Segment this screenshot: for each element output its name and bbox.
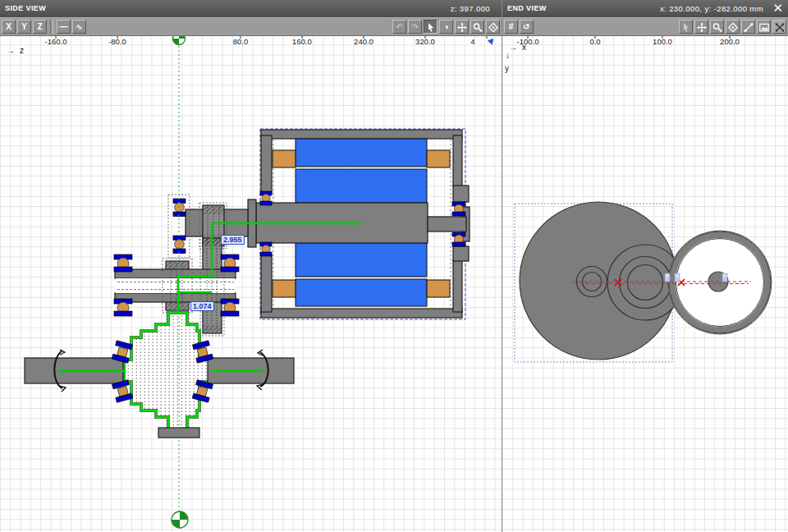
undo-button[interactable]: ↶ xyxy=(392,20,406,34)
zoom-extents-button[interactable] xyxy=(486,20,500,34)
redo-button[interactable]: ↷ xyxy=(408,20,422,34)
y-axis-arrow-icon: ↓ xyxy=(506,51,510,60)
select-pointer-button[interactable] xyxy=(424,20,438,34)
snapshot-image-button[interactable] xyxy=(757,20,771,34)
side-view-canvas[interactable] xyxy=(0,34,502,532)
toolbar-separator xyxy=(50,20,53,34)
stage1-gear-ratio-label[interactable]: 2.955 xyxy=(221,235,245,245)
ruler-label: 160.0 xyxy=(284,37,320,46)
close-pane-button[interactable]: ✕ xyxy=(768,0,788,17)
ruler-label: 0.0 xyxy=(577,37,613,46)
expand-x-icon xyxy=(773,22,786,33)
stage2-gear-ratio-label[interactable]: 1.074 xyxy=(190,301,214,311)
end-view-canvas[interactable] xyxy=(502,34,788,532)
ruler-label: -80.0 xyxy=(99,37,135,46)
end-view-pane: END VIEW x: 230.000, y: -282.000 mm ✕ # … xyxy=(502,0,788,532)
ruler-label: 80.0 xyxy=(222,37,259,46)
ruler-label-truncated: 4 xyxy=(465,37,481,46)
end-view-xy-readout: x: 230.000, y: -282.000 mm xyxy=(660,0,763,17)
side-view-title: SIDE VIEW xyxy=(0,4,46,12)
pan-button[interactable] xyxy=(455,20,469,34)
end-view-titlebar: END VIEW x: 230.000, y: -282.000 mm ✕ xyxy=(502,0,788,17)
render-mode-button[interactable]: ◑ xyxy=(439,20,453,34)
measure-button[interactable] xyxy=(741,20,755,34)
grid-toggle-button[interactable]: # xyxy=(504,20,518,34)
ruler-label: -160.0 xyxy=(38,37,74,46)
ruler-label: 100.0 xyxy=(644,37,680,46)
magnifier-icon xyxy=(471,22,483,33)
zoom-extents-button[interactable] xyxy=(726,20,740,34)
fit-view-button[interactable] xyxy=(772,20,786,34)
target-diamond-icon xyxy=(726,22,739,33)
ruler-label: 320.0 xyxy=(407,37,443,46)
y-axis-view-button[interactable]: Y xyxy=(17,20,31,34)
y-axis-label: y xyxy=(505,64,509,73)
magnifier-icon xyxy=(711,22,723,33)
ruler-label: 240.0 xyxy=(346,37,382,46)
pan-arrows-icon xyxy=(695,22,708,33)
pan-arrows-icon xyxy=(456,22,468,33)
ruler-label: 200.0 xyxy=(712,37,748,46)
image-icon xyxy=(758,22,770,33)
x-axis-arrow-icon: → xyxy=(509,43,517,52)
select-pointer-button[interactable] xyxy=(679,20,693,34)
x-axis-label: x xyxy=(522,43,526,52)
target-diamond-icon xyxy=(487,22,499,33)
x-axis-view-button[interactable]: X xyxy=(2,20,16,34)
end-view-title: END VIEW xyxy=(502,4,547,12)
side-view-titlebar: SIDE VIEW z: 397.000 xyxy=(0,0,502,17)
pointer-icon xyxy=(680,22,692,33)
z-axis-arrow-icon: → xyxy=(7,46,15,55)
spline-tool-button[interactable]: ∿ xyxy=(72,20,86,34)
end-view-toolbar: # ↺ xyxy=(502,17,788,36)
z-axis-label: z xyxy=(20,46,24,55)
side-view-toolbar: X Y Z — ∿ ↶ ↷ ◑ xyxy=(0,17,502,36)
side-view-z-readout: z: 397.000 xyxy=(451,0,490,17)
pan-button[interactable] xyxy=(694,20,708,34)
pointer-icon xyxy=(424,22,437,33)
zoom-button[interactable] xyxy=(470,20,484,34)
measure-line-icon xyxy=(742,22,754,33)
rotate-view-button[interactable]: ↺ xyxy=(520,20,534,34)
z-axis-view-button[interactable]: Z xyxy=(33,20,47,34)
zoom-button[interactable] xyxy=(710,20,724,34)
side-view-pane: SIDE VIEW z: 397.000 X Y Z — ∿ ↶ ↷ ◑ -16… xyxy=(0,0,502,532)
line-tool-button[interactable]: — xyxy=(57,20,71,34)
